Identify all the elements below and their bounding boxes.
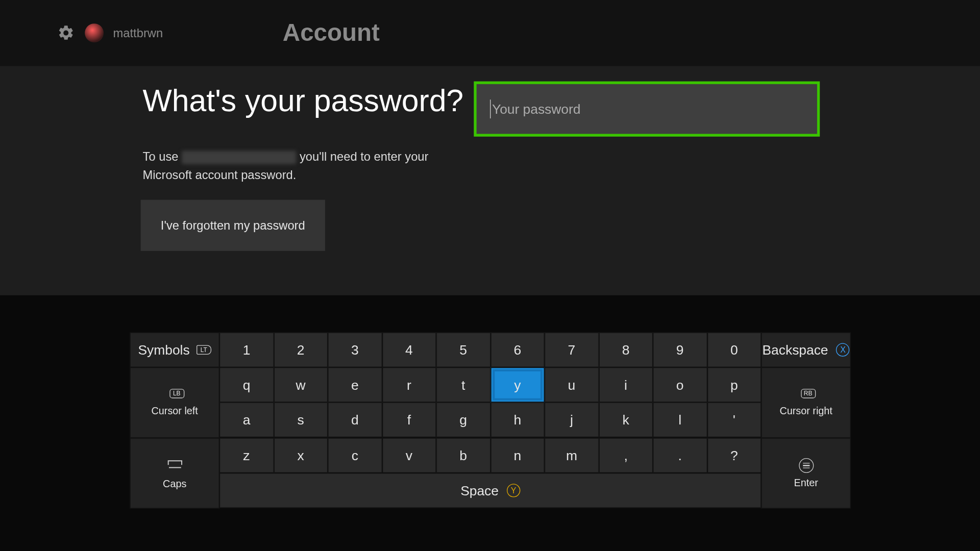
key-w[interactable]: w	[274, 367, 328, 403]
keyboard-panel: Symbols LT 1234567890 Backspace X LB Cur…	[0, 295, 980, 551]
key-0[interactable]: 0	[707, 332, 761, 367]
key-.[interactable]: .	[653, 438, 707, 473]
key-,[interactable]: ,	[599, 438, 653, 473]
key-6[interactable]: 6	[491, 332, 545, 367]
key-5[interactable]: 5	[436, 332, 491, 367]
key-caps[interactable]: Caps	[130, 438, 219, 508]
caps-icon	[166, 458, 183, 473]
header-bar: mattbrwn Account	[0, 0, 980, 66]
key-o[interactable]: o	[653, 367, 707, 403]
key-j[interactable]: j	[545, 403, 599, 438]
page-title: Account	[283, 19, 380, 47]
key-space[interactable]: Space Y	[219, 473, 762, 508]
key-cursor-left[interactable]: LB Cursor left	[130, 367, 219, 438]
key-cursor-right-label: Cursor right	[779, 405, 832, 416]
key-cursor-left-label: Cursor left	[152, 405, 198, 416]
key-2[interactable]: 2	[274, 332, 328, 367]
key-cursor-right[interactable]: RB Cursor right	[761, 367, 850, 438]
key-d[interactable]: d	[328, 403, 382, 438]
key-7[interactable]: 7	[545, 332, 599, 367]
key-z[interactable]: z	[219, 438, 274, 473]
key-e[interactable]: e	[328, 367, 382, 403]
text-cursor	[490, 99, 491, 118]
key-i[interactable]: i	[599, 367, 653, 403]
password-placeholder: Your password	[492, 101, 580, 116]
key-h[interactable]: h	[491, 403, 545, 438]
key-9[interactable]: 9	[653, 332, 707, 367]
key-'[interactable]: '	[707, 403, 761, 438]
forgot-password-button[interactable]: I've forgotten my password	[141, 200, 325, 251]
key-u[interactable]: u	[545, 367, 599, 403]
user-avatar[interactable]	[85, 23, 104, 42]
subtext-pre: To use	[143, 150, 182, 163]
key-symbols[interactable]: Symbols LT	[130, 332, 219, 367]
keyboard-row-2-3: LB Cursor left qwertyuiop asdfghjkl' RB …	[130, 367, 851, 438]
key-g[interactable]: g	[436, 403, 491, 438]
key-symbols-label: Symbols	[138, 342, 190, 358]
settings-icon[interactable]	[57, 23, 76, 42]
key-m[interactable]: m	[545, 438, 599, 473]
key-f[interactable]: f	[382, 403, 436, 438]
key-3[interactable]: 3	[328, 332, 382, 367]
key-q[interactable]: q	[219, 367, 274, 403]
key-n[interactable]: n	[491, 438, 545, 473]
key-a[interactable]: a	[219, 403, 274, 438]
key-1[interactable]: 1	[219, 332, 274, 367]
key-l[interactable]: l	[653, 403, 707, 438]
key-8[interactable]: 8	[599, 332, 653, 367]
key-k[interactable]: k	[599, 403, 653, 438]
keyboard-row-1: Symbols LT 1234567890 Backspace X	[130, 332, 851, 367]
lb-badge: LB	[169, 389, 184, 398]
key-?[interactable]: ?	[707, 438, 761, 473]
password-subtext: To use you'll need to enter your Microso…	[143, 148, 459, 184]
menu-icon	[799, 458, 814, 473]
keyboard-row-4-5: Caps zxcvbnm,.? Space Y Enter	[130, 438, 851, 508]
on-screen-keyboard: Symbols LT 1234567890 Backspace X LB Cur…	[130, 332, 851, 510]
key-t[interactable]: t	[436, 367, 491, 403]
key-c[interactable]: c	[328, 438, 382, 473]
key-v[interactable]: v	[382, 438, 436, 473]
content-panel: What's your password? To use you'll need…	[0, 66, 980, 295]
key-p[interactable]: p	[707, 367, 761, 403]
key-space-label: Space	[460, 483, 499, 498]
rb-badge: RB	[801, 389, 816, 398]
key-r[interactable]: r	[382, 367, 436, 403]
password-input[interactable]: Your password	[474, 82, 820, 137]
key-enter-label: Enter	[794, 477, 818, 488]
username-label: mattbrwn	[113, 26, 163, 40]
key-x[interactable]: x	[274, 438, 328, 473]
forgot-password-label: I've forgotten my password	[161, 218, 305, 233]
key-4[interactable]: 4	[382, 332, 436, 367]
key-backspace-label: Backspace	[763, 342, 828, 358]
key-y[interactable]: y	[491, 367, 545, 403]
y-badge: Y	[507, 484, 520, 497]
key-b[interactable]: b	[436, 438, 491, 473]
redacted-email	[182, 151, 296, 164]
x-badge: X	[836, 343, 849, 357]
key-caps-label: Caps	[163, 478, 186, 489]
key-backspace[interactable]: Backspace X	[761, 332, 850, 367]
key-enter[interactable]: Enter	[761, 438, 850, 508]
password-heading: What's your password?	[143, 82, 464, 118]
lt-badge: LT	[197, 345, 211, 354]
key-s[interactable]: s	[274, 403, 328, 438]
